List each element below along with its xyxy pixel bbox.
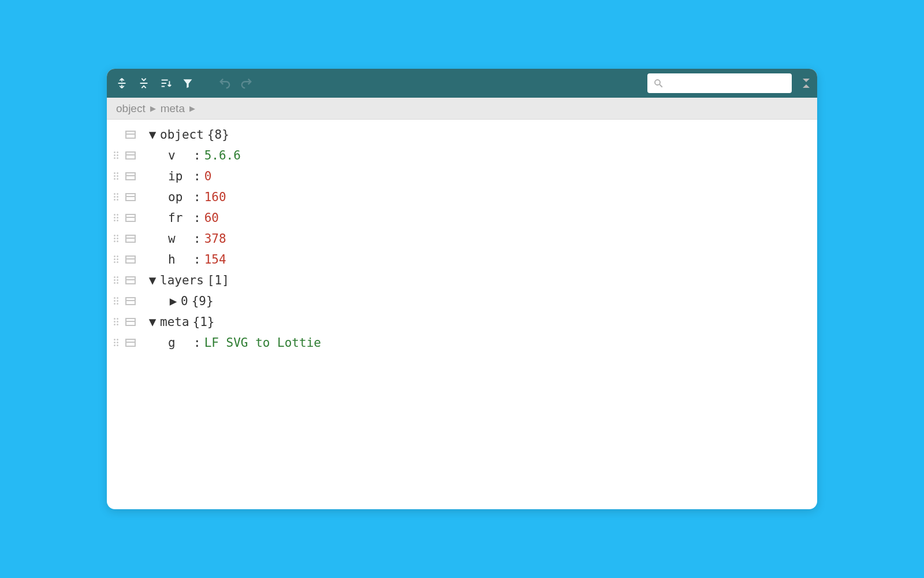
breadcrumb: object ▶ meta ▶ (107, 98, 817, 120)
collapse-all-icon[interactable] (136, 75, 152, 91)
tree-row[interactable]: op:160 (107, 187, 817, 208)
json-editor-panel: object ▶ meta ▶ ▼ object {8} v:5.6.6 ip:… (107, 69, 817, 509)
chevron-up-icon[interactable] (802, 83, 810, 89)
filter-icon[interactable] (180, 75, 196, 91)
node-value[interactable]: 160 (204, 190, 226, 204)
json-tree: ▼ object {8} v:5.6.6 ip:0 op:160 fr:60 (107, 120, 817, 509)
drag-handle-icon[interactable] (114, 235, 122, 243)
sort-icon[interactable] (158, 75, 174, 91)
breadcrumb-item[interactable]: meta (161, 102, 185, 115)
tree-row[interactable]: h:154 (107, 249, 817, 270)
drag-handle-icon[interactable] (114, 255, 122, 264)
node-value[interactable]: 60 (204, 211, 219, 225)
search-result-nav[interactable] (802, 77, 810, 89)
tree-row[interactable]: g:LF SVG to Lottie (107, 332, 817, 353)
node-value[interactable]: 0 (204, 169, 212, 183)
node-key: 0 (181, 294, 188, 308)
svg-point-5 (655, 80, 660, 85)
breadcrumb-item[interactable]: object (116, 102, 146, 115)
node-type-icon (125, 339, 136, 347)
node-type-icon (125, 193, 136, 201)
caret-down-icon[interactable]: ▼ (147, 317, 158, 327)
caret-right-icon[interactable]: ▶ (168, 296, 178, 306)
breadcrumb-sep-icon: ▶ (150, 104, 156, 113)
node-key: fr (168, 211, 193, 225)
expand-all-icon[interactable] (114, 75, 130, 91)
node-value[interactable]: 154 (204, 253, 226, 266)
node-key: ip (168, 169, 193, 183)
tree-row[interactable]: ip:0 (107, 166, 817, 187)
node-key: g (168, 336, 193, 350)
node-value[interactable]: 378 (204, 232, 226, 246)
node-type-icon (125, 172, 136, 180)
node-type-icon (125, 151, 136, 160)
node-key: h (168, 253, 193, 266)
node-key: meta (160, 315, 189, 329)
node-type-icon (125, 318, 136, 326)
tree-row-root[interactable]: ▼ object {8} (107, 124, 817, 145)
caret-down-icon[interactable]: ▼ (147, 275, 158, 286)
toolbar (107, 69, 817, 98)
tree-row[interactable]: ▶ 0 {9} (107, 291, 817, 312)
node-meta: {9} (192, 294, 214, 308)
node-key: layers (160, 273, 204, 287)
node-type-icon (125, 276, 136, 284)
svg-line-6 (660, 84, 662, 87)
node-meta: {1} (193, 315, 215, 329)
node-type-icon (125, 214, 136, 222)
caret-down-icon[interactable]: ▼ (147, 129, 158, 140)
drag-handle-icon[interactable] (114, 276, 122, 284)
tree-row[interactable]: v:5.6.6 (107, 145, 817, 166)
tree-row[interactable]: w:378 (107, 228, 817, 249)
drag-handle-icon[interactable] (114, 339, 122, 347)
tree-row[interactable]: fr:60 (107, 208, 817, 228)
search-input[interactable] (664, 78, 788, 88)
breadcrumb-sep-icon: ▶ (189, 104, 195, 113)
redo-icon[interactable] (239, 75, 255, 91)
undo-icon[interactable] (217, 75, 233, 91)
node-type-icon (125, 255, 136, 264)
node-key: op (168, 190, 193, 204)
node-value[interactable]: LF SVG to Lottie (204, 336, 321, 350)
drag-handle-icon[interactable] (114, 172, 122, 180)
node-key: v (168, 149, 193, 162)
drag-handle-icon[interactable] (114, 193, 122, 201)
chevron-down-icon[interactable] (802, 77, 810, 83)
node-meta: [1] (207, 273, 229, 287)
tree-row-meta[interactable]: ▼ meta {1} (107, 312, 817, 332)
drag-handle-icon[interactable] (114, 318, 122, 326)
node-value[interactable]: 5.6.6 (204, 149, 241, 162)
node-type-icon (125, 297, 136, 305)
node-meta: {8} (207, 128, 229, 142)
tree-row-layers[interactable]: ▼ layers [1] (107, 270, 817, 291)
node-type-icon (125, 235, 136, 243)
drag-handle-icon[interactable] (114, 214, 122, 222)
node-type-icon (125, 131, 136, 139)
search-box (647, 73, 792, 93)
node-key: w (168, 232, 193, 246)
node-key: object (160, 128, 204, 142)
drag-handle-icon[interactable] (114, 297, 122, 305)
search-icon (653, 78, 664, 88)
drag-handle-icon[interactable] (114, 151, 122, 160)
